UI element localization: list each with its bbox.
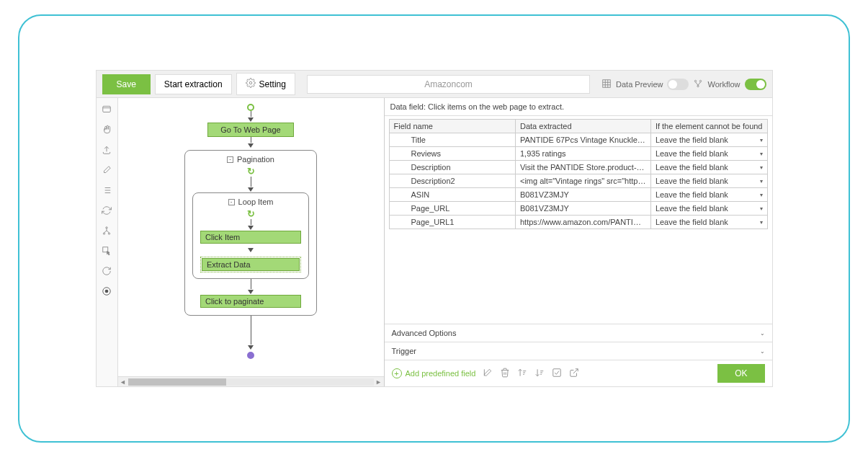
loop-icon: ↻	[247, 166, 255, 177]
svg-point-8	[697, 85, 699, 86]
node-loop-item-group[interactable]: - Loop Item ↻ Click Item Extract Data	[192, 192, 309, 279]
table-row[interactable]: Page_URLB081VZ3MJYLeave the field blank▾	[389, 202, 767, 216]
canvas-horizontal-scrollbar[interactable]: ◄ ►	[118, 376, 384, 386]
add-predefined-field-button[interactable]: + Add predefined field	[392, 368, 476, 378]
add-predefined-label: Add predefined field	[406, 369, 476, 378]
cell-fallback-dropdown[interactable]: Leave the field blank▾	[650, 216, 767, 229]
col-field-name[interactable]: Field name	[389, 120, 515, 133]
top-toolbar: Save Start extraction Setting Amazoncom …	[97, 71, 772, 98]
trigger-accordion[interactable]: Trigger ⌄	[385, 342, 772, 360]
svg-line-25	[573, 368, 578, 373]
ok-button[interactable]: OK	[717, 364, 764, 383]
cell-field-name[interactable]: Title	[389, 133, 515, 147]
cell-fallback-dropdown[interactable]: Leave the field blank▾	[650, 188, 767, 202]
cell-fallback-dropdown[interactable]: Leave the field blank▾	[650, 202, 767, 216]
pagination-label: Pagination	[237, 155, 274, 164]
workflow-label: Workflow	[707, 80, 740, 89]
node-extract-data[interactable]: Extract Data	[202, 258, 300, 271]
col-not-found[interactable]: If the element cannot be found	[650, 120, 767, 133]
upload-icon[interactable]	[99, 143, 114, 157]
loop-item-label: Loop Item	[238, 198, 274, 206]
svg-rect-9	[103, 106, 111, 112]
svg-point-20	[108, 233, 109, 234]
svg-point-7	[700, 80, 702, 81]
trash-icon[interactable]	[500, 368, 510, 380]
grid-icon	[601, 79, 612, 90]
advanced-options-accordion[interactable]: Advanced Options ⌄	[385, 324, 772, 342]
workflow-icon	[693, 79, 703, 90]
workflow-canvas[interactable]: Go To Web Page - Pagination ↻	[118, 98, 384, 376]
col-data-extracted[interactable]: Data extracted	[515, 120, 650, 133]
gear-icon	[246, 78, 256, 90]
panel-header: Data field: Click items on the web page …	[385, 98, 772, 116]
rotate-icon[interactable]	[99, 264, 114, 278]
setting-label: Setting	[259, 79, 286, 89]
cell-data-extracted[interactable]: https://www.amazon.com/PANTIDE...	[515, 216, 650, 229]
edit-column-icon[interactable]	[483, 368, 493, 380]
setting-button[interactable]: Setting	[236, 73, 295, 95]
external-link-icon[interactable]	[569, 368, 579, 380]
cell-data-extracted[interactable]: 1,935 ratings	[515, 147, 650, 161]
scroll-left-icon[interactable]: ◄	[118, 378, 128, 386]
table-row[interactable]: TitlePANTIDE 67Pcs Vintage Knuckle ...Le…	[389, 133, 767, 147]
collapse-icon[interactable]: -	[227, 156, 233, 163]
svg-point-6	[695, 80, 697, 81]
scroll-thumb[interactable]	[128, 378, 226, 386]
cell-fallback-dropdown[interactable]: Leave the field blank▾	[650, 174, 767, 188]
cell-field-name[interactable]: Description	[389, 161, 515, 174]
data-preview-label: Data Preview	[616, 80, 663, 89]
node-click-to-paginate[interactable]: Click to paginate	[200, 295, 301, 308]
cell-field-name[interactable]: Description2	[389, 174, 515, 188]
node-go-to-web-page[interactable]: Go To Web Page	[207, 123, 294, 137]
app-window: Save Start extraction Setting Amazoncom …	[96, 70, 773, 387]
chevron-down-icon: ▾	[760, 205, 763, 212]
list-icon[interactable]	[99, 183, 114, 198]
tree-icon[interactable]	[99, 223, 114, 238]
browser-icon[interactable]	[99, 102, 114, 117]
data-preview-toggle[interactable]	[667, 79, 689, 90]
record-icon[interactable]	[99, 284, 114, 298]
start-node-icon[interactable]	[247, 104, 254, 111]
table-row[interactable]: Reviews1,935 ratingsLeave the field blan…	[389, 147, 767, 161]
svg-point-0	[249, 81, 252, 84]
refresh-icon[interactable]	[99, 203, 114, 218]
cell-field-name[interactable]: Page_URL1	[389, 216, 515, 229]
url-display[interactable]: Amazoncom	[307, 75, 590, 94]
bottom-toolbar: + Add predefined field OK	[385, 360, 772, 386]
end-node-icon[interactable]	[247, 352, 254, 359]
collapse-icon[interactable]: -	[228, 199, 235, 205]
workflow-canvas-panel: Go To Web Page - Pagination ↻	[118, 98, 385, 386]
start-extraction-button[interactable]: Start extraction	[155, 74, 232, 94]
sort-desc-icon[interactable]	[534, 368, 545, 380]
cell-data-extracted[interactable]: B081VZ3MJY	[515, 188, 650, 202]
cell-field-name[interactable]: ASIN	[389, 188, 515, 202]
table-row[interactable]: DescriptionVisit the PANTIDE Store.produ…	[389, 161, 767, 174]
table-row[interactable]: Page_URL1https://www.amazon.com/PANTIDE.…	[389, 216, 767, 229]
left-icon-rail	[97, 98, 118, 386]
cell-data-extracted[interactable]: Visit the PANTIDE Store.product-titl...	[515, 161, 650, 174]
cursor-box-icon[interactable]	[99, 244, 114, 258]
edit-icon[interactable]	[99, 163, 114, 177]
cell-data-extracted[interactable]: B081VZ3MJY	[515, 202, 650, 216]
table-row[interactable]: ASINB081VZ3MJYLeave the field blank▾	[389, 188, 767, 202]
cell-field-name[interactable]: Reviews	[389, 147, 515, 161]
workflow-toggle[interactable]	[745, 79, 766, 90]
node-pagination-group[interactable]: - Pagination ↻ - Loop Item	[184, 150, 317, 316]
cell-fallback-dropdown[interactable]: Leave the field blank▾	[650, 147, 767, 161]
trigger-label: Trigger	[392, 347, 416, 355]
node-click-item[interactable]: Click Item	[200, 231, 301, 244]
cell-field-name[interactable]: Page_URL	[389, 202, 515, 216]
cell-data-extracted[interactable]: <img alt="Vintage rings" src="https...	[515, 174, 650, 188]
sort-asc-icon[interactable]	[517, 368, 527, 380]
hand-icon[interactable]	[99, 123, 114, 137]
svg-rect-1	[603, 79, 611, 87]
table-row[interactable]: Description2<img alt="Vintage rings" src…	[389, 174, 767, 188]
cell-data-extracted[interactable]: PANTIDE 67Pcs Vintage Knuckle ...	[515, 133, 650, 147]
checkbox-icon[interactable]	[552, 368, 562, 380]
scroll-right-icon[interactable]: ►	[374, 378, 384, 386]
save-button[interactable]: Save	[102, 74, 151, 94]
chevron-down-icon: ⌄	[760, 330, 765, 337]
cell-fallback-dropdown[interactable]: Leave the field blank▾	[650, 161, 767, 174]
data-fields-table: Field name Data extracted If the element…	[389, 119, 768, 229]
cell-fallback-dropdown[interactable]: Leave the field blank▾	[650, 133, 767, 147]
